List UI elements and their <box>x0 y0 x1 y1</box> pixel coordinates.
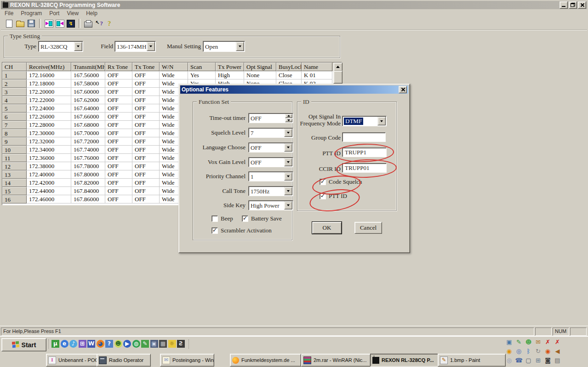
column-header-ch[interactable]: CH <box>2 62 27 71</box>
help-viewer-icon[interactable]: ? <box>105 340 113 348</box>
dropdown-arrow[interactable] <box>284 158 292 166</box>
column-header-tx-tone[interactable]: Tx Tone <box>132 62 160 71</box>
taskbar-button-posteingang-windo[interactable]: Posteingang - Windo... <box>160 354 214 367</box>
taskbar-button-unbenannt-pocsag[interactable]: Unbenannt - POCSAG... <box>46 354 99 367</box>
cell[interactable]: OFF <box>105 154 132 162</box>
cell[interactable]: 167.66000 <box>71 113 105 121</box>
manul-setting-combo-arrow[interactable] <box>236 42 244 51</box>
taskbar-handle[interactable] <box>188 339 190 349</box>
cell[interactable]: 172.24000 <box>27 104 71 113</box>
field-combo-arrow[interactable] <box>147 42 155 51</box>
start-button[interactable]: Start <box>1 338 46 351</box>
row-header[interactable]: 15 <box>2 187 27 195</box>
internet-explorer-icon[interactable]: e <box>61 340 69 348</box>
column-header-name[interactable]: Name <box>302 62 332 71</box>
battery-save-checkbox[interactable] <box>242 215 248 222</box>
row-header[interactable]: 5 <box>2 104 27 113</box>
group-code-input[interactable] <box>342 132 386 142</box>
cell[interactable]: OFF <box>105 162 132 170</box>
read-from-radio-button[interactable] <box>54 18 65 29</box>
cell[interactable]: 172.44000 <box>27 187 71 195</box>
cell[interactable]: OFF <box>105 137 132 146</box>
cell[interactable]: OFF <box>132 162 160 170</box>
taskbar-button-2m-rar-winrar-nic[interactable]: 2m.rar - WinRAR (Nic... <box>301 354 371 367</box>
cell[interactable]: OFF <box>105 96 132 104</box>
screen-capture-icon[interactable]: ▦ <box>159 340 167 348</box>
menu-port[interactable]: Port <box>46 10 63 17</box>
cell[interactable]: OFF <box>105 104 132 113</box>
cell[interactable]: OFF <box>105 195 132 203</box>
type-combo-arrow[interactable] <box>74 42 82 51</box>
cell[interactable]: OFF <box>105 71 132 79</box>
dropdown-arrow[interactable] <box>284 201 292 209</box>
cell[interactable]: K 01 <box>302 71 332 79</box>
network-disconnected-1-icon[interactable]: ✗ <box>544 338 552 346</box>
globe-network-icon[interactable]: ◍ <box>132 340 140 348</box>
network-disconnected-2-icon[interactable]: ✗ <box>554 338 561 346</box>
bluetooth-icon[interactable]: ᛒ <box>525 347 532 355</box>
firefox-icon[interactable]: ◕ <box>97 340 104 348</box>
cell[interactable]: 167.64000 <box>71 104 105 113</box>
dark-s-app-icon[interactable]: Ƨ <box>177 340 185 348</box>
menu-view[interactable]: View <box>63 10 82 17</box>
cell[interactable]: 167.84000 <box>71 187 105 195</box>
antivirus-yellow-icon[interactable]: ◉ <box>505 347 513 355</box>
cell[interactable]: 172.28000 <box>27 121 71 129</box>
cell[interactable]: OFF <box>132 113 160 121</box>
user-status-icon[interactable]: ☻ <box>525 338 532 346</box>
restore-button[interactable] <box>569 1 577 9</box>
yellow-figure-icon[interactable]: ☼ <box>168 340 176 348</box>
cell[interactable]: 172.38000 <box>27 162 71 170</box>
cell[interactable]: 172.22000 <box>27 96 71 104</box>
column-header-tx-power[interactable]: Tx Power <box>216 62 244 71</box>
cell[interactable]: 172.34000 <box>27 146 71 154</box>
menu-program[interactable]: Program <box>17 10 46 17</box>
taskbar-button-funkmeldesystem-de[interactable]: Funkmeldesystem.de ... <box>230 354 301 367</box>
cell[interactable]: OFF <box>132 104 160 113</box>
cell[interactable]: 172.16000 <box>27 71 71 79</box>
cell[interactable]: 172.36000 <box>27 154 71 162</box>
column-header-opt-signal[interactable]: Opt Signal <box>244 62 276 71</box>
cell[interactable]: 167.82000 <box>71 179 105 187</box>
cell[interactable]: 167.72000 <box>71 137 105 146</box>
row-header[interactable]: 3 <box>2 88 27 96</box>
row-header[interactable]: 13 <box>2 170 27 179</box>
taskbar-button-1-bmp-paint[interactable]: 1.bmp - Paint <box>438 354 506 367</box>
ok-button[interactable]: OK <box>312 222 342 234</box>
cancel-button[interactable]: Cancel <box>354 222 382 234</box>
cell[interactable]: OFF <box>105 187 132 195</box>
row-header[interactable]: 16 <box>2 195 27 203</box>
cd-burning-icon[interactable]: ◎ <box>505 356 513 364</box>
cell[interactable]: None <box>244 71 276 79</box>
cell[interactable]: OFF <box>132 121 160 129</box>
cell[interactable]: OFF <box>132 137 160 146</box>
priority-channel-combo[interactable]: 1 <box>248 171 293 181</box>
row-header[interactable]: 10 <box>2 146 27 154</box>
save-file-button[interactable] <box>26 18 37 29</box>
purple-window-app-icon[interactable]: ⊞ <box>79 340 86 348</box>
row-header[interactable]: 11 <box>2 154 27 162</box>
close-button[interactable] <box>578 1 586 9</box>
cell[interactable]: 172.30000 <box>27 129 71 137</box>
dropdown-arrow[interactable] <box>284 143 292 152</box>
cell[interactable]: OFF <box>132 170 160 179</box>
messenger-icon[interactable]: ☻ <box>114 340 122 348</box>
squelch-level-combo[interactable]: 7 <box>248 128 293 138</box>
program-radio-button[interactable] <box>65 18 76 29</box>
cell[interactable]: Yes <box>188 71 216 79</box>
row-header[interactable]: 12 <box>2 162 27 170</box>
cell[interactable]: OFF <box>132 71 160 79</box>
side-key-combo[interactable]: High Power <box>248 200 293 210</box>
language-choose-combo[interactable]: OFF <box>248 142 293 152</box>
cell[interactable]: OFF <box>105 88 132 96</box>
row-header[interactable]: 8 <box>2 129 27 137</box>
call-tone-combo[interactable]: 1750Hz <box>248 186 293 196</box>
cell[interactable]: OFF <box>105 79 132 88</box>
cell[interactable]: OFF <box>105 179 132 187</box>
remote-desktop-icon[interactable]: ▣ <box>150 340 158 348</box>
column-header-receive-mhz[interactable]: Receive(MHz) <box>27 62 71 71</box>
cell[interactable]: Close <box>276 71 302 79</box>
cell[interactable]: 167.74000 <box>71 146 105 154</box>
cell[interactable]: 167.70000 <box>71 129 105 137</box>
word-icon[interactable]: W <box>87 340 95 348</box>
